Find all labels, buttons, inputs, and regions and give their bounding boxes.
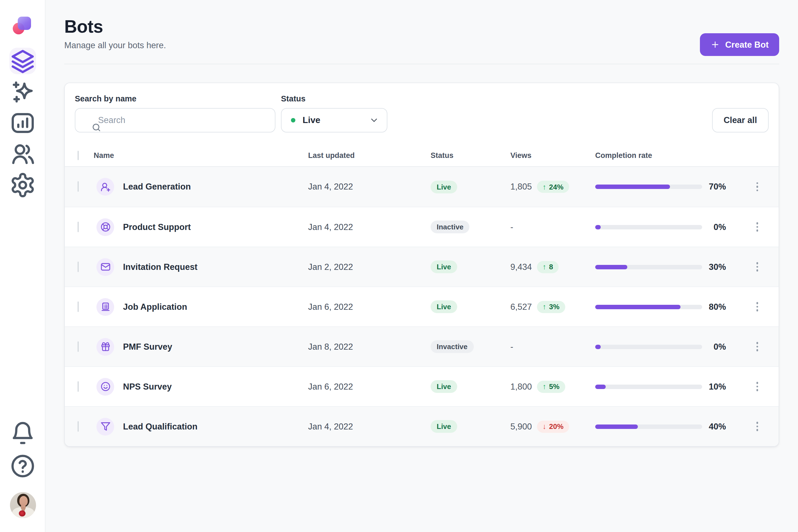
table-row: Lead Generation Jan 4, 2022 Live 1,805 ↑… xyxy=(65,167,779,207)
last-updated-value: Jan 4, 2022 xyxy=(308,421,431,432)
views-count: 1,805 xyxy=(510,182,537,192)
bot-name: Lead Qualification xyxy=(123,421,197,432)
life-buoy-icon xyxy=(96,218,114,236)
help-button[interactable] xyxy=(10,453,36,479)
completion-percent: 70% xyxy=(709,182,726,192)
smile-icon xyxy=(96,378,114,395)
last-updated-value: Jan 4, 2022 xyxy=(308,182,431,192)
row-menu-button[interactable] xyxy=(753,419,762,435)
user-avatar[interactable] xyxy=(10,492,36,518)
table-row: Invitation Request Jan 2, 2022 Live 9,43… xyxy=(65,247,779,286)
clear-all-button[interactable]: Clear all xyxy=(712,108,768,132)
trend-arrow-icon: ↑ xyxy=(543,183,546,191)
last-updated-value: Jan 4, 2022 xyxy=(308,222,431,232)
completion-percent: 10% xyxy=(709,382,726,392)
chart-icon xyxy=(10,110,36,136)
row-checkbox[interactable] xyxy=(78,222,79,232)
row-menu-button[interactable] xyxy=(753,379,762,395)
status-select[interactable]: Live xyxy=(281,108,387,132)
row-checkbox[interactable] xyxy=(78,301,79,312)
status-badge: Live xyxy=(431,261,457,273)
completion-percent: 30% xyxy=(709,262,726,272)
completion-bar-track xyxy=(595,305,702,309)
sparkles-icon xyxy=(10,79,36,105)
chevron-down-icon xyxy=(369,115,379,125)
user-plus-icon xyxy=(96,178,114,196)
row-menu-button[interactable] xyxy=(753,339,762,355)
views-count: 5,900 xyxy=(510,421,537,432)
last-updated-value: Jan 8, 2022 xyxy=(308,342,431,352)
users-icon xyxy=(10,141,36,167)
select-all-checkbox[interactable] xyxy=(78,151,79,160)
completion-bar-fill xyxy=(595,305,681,309)
main-area: Bots Manage all your bots here. Create B… xyxy=(45,0,798,532)
status-selected-value: Live xyxy=(303,115,320,125)
column-header-status: Status xyxy=(431,151,510,159)
trend-arrow-icon: ↑ xyxy=(543,382,546,391)
bot-name: PMF Survey xyxy=(123,342,172,352)
last-updated-value: Jan 6, 2022 xyxy=(308,302,431,312)
search-field-group: Search by name xyxy=(75,94,276,132)
row-checkbox[interactable] xyxy=(78,381,79,392)
sidebar-item-audience[interactable] xyxy=(10,141,36,167)
search-input[interactable] xyxy=(75,108,276,132)
views-count: 6,527 xyxy=(510,302,537,312)
completion-bar-track xyxy=(595,384,702,389)
sidebar-item-ai[interactable] xyxy=(10,79,36,105)
completion-bar-track xyxy=(595,344,702,349)
trend-arrow-icon: ↓ xyxy=(543,422,546,431)
row-checkbox[interactable] xyxy=(78,181,79,192)
sidebar-item-settings[interactable] xyxy=(10,172,36,198)
views-count: 9,434 xyxy=(510,262,537,272)
bot-name: Product Support xyxy=(123,222,191,232)
form-icon xyxy=(96,298,114,316)
completion-bar-track xyxy=(595,265,702,269)
sidebar-item-bots[interactable] xyxy=(10,48,36,74)
table-row: PMF Survey Jan 8, 2022 Invactive - 0% xyxy=(65,326,779,366)
app-logo[interactable] xyxy=(13,17,32,36)
avatar-flower xyxy=(19,510,25,516)
completion-bar-fill xyxy=(595,424,638,429)
status-badge: Inactive xyxy=(431,221,470,233)
views-trend-badge: ↑ 3% xyxy=(537,301,565,313)
filter-bar: Search by name Status Live xyxy=(65,83,779,132)
bell-icon xyxy=(10,420,36,446)
status-badge: Live xyxy=(431,180,457,193)
mail-icon xyxy=(96,258,114,276)
views-count: - xyxy=(510,342,537,352)
table-row: NPS Survey Jan 6, 2022 Live 1,800 ↑ 5% 1… xyxy=(65,366,779,406)
row-menu-button[interactable] xyxy=(753,259,762,275)
notifications-button[interactable] xyxy=(10,420,36,446)
table-row: Lead Qualification Jan 4, 2022 Live 5,90… xyxy=(65,406,779,446)
status-badge: Live xyxy=(431,300,457,313)
settings-icon xyxy=(10,172,36,198)
sidebar-item-analytics[interactable] xyxy=(10,110,36,136)
header-divider xyxy=(64,64,779,64)
plus-icon xyxy=(710,40,720,49)
trend-arrow-icon: ↑ xyxy=(543,303,546,311)
gift-icon xyxy=(96,338,114,356)
row-menu-button[interactable] xyxy=(753,219,762,235)
completion-bar-track xyxy=(595,225,702,229)
bots-card: Search by name Status Live xyxy=(64,82,779,446)
completion-percent: 40% xyxy=(709,421,726,432)
row-menu-button[interactable] xyxy=(753,299,762,315)
row-menu-button[interactable] xyxy=(753,179,762,195)
last-updated-value: Jan 2, 2022 xyxy=(308,262,431,272)
views-trend-badge: ↑ 8 xyxy=(537,261,558,273)
views-count: - xyxy=(510,222,537,232)
search-icon xyxy=(83,115,93,125)
completion-percent: 80% xyxy=(709,302,726,312)
row-checkbox[interactable] xyxy=(78,261,79,272)
layers-icon xyxy=(10,48,36,74)
completion-percent: 0% xyxy=(714,222,726,232)
page-subtitle: Manage all your bots here. xyxy=(64,40,779,51)
completion-bar-fill xyxy=(595,344,601,349)
create-bot-button[interactable]: Create Bot xyxy=(700,33,779,56)
row-checkbox[interactable] xyxy=(78,341,79,352)
completion-bar-fill xyxy=(595,185,670,189)
completion-bar-fill xyxy=(595,384,606,389)
last-updated-value: Jan 6, 2022 xyxy=(308,382,431,392)
search-label: Search by name xyxy=(75,94,276,103)
row-checkbox[interactable] xyxy=(78,421,79,432)
